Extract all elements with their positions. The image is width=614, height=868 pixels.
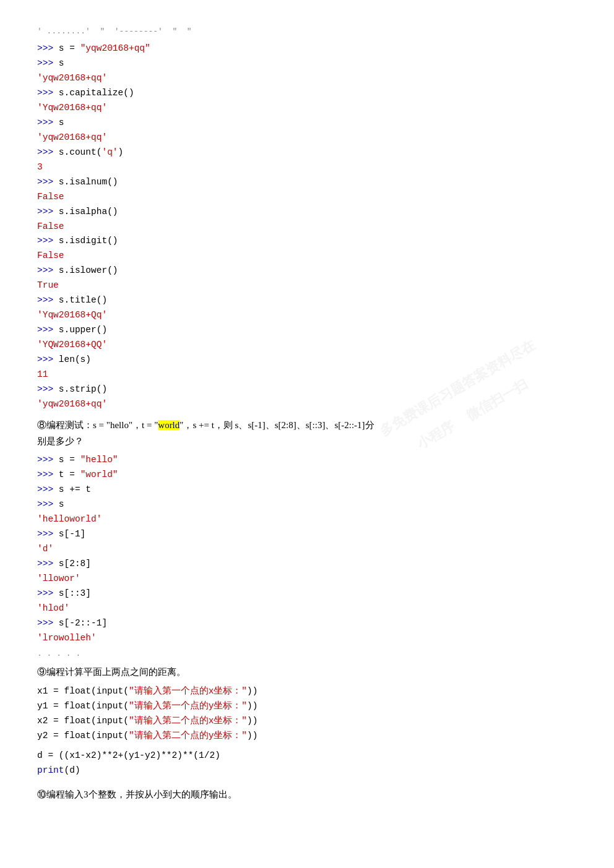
code-section-2: >>> s = "hello" >>> t = "world" >>> s +=…	[37, 453, 577, 645]
section4-label: ⑩编程输入3个整数，并按从小到大的顺序输出。	[37, 787, 577, 803]
section2-label: ⑧编程测试：s = "hello"，t = "world"，s += t，则 s…	[37, 418, 577, 449]
section-divider: . . . . .	[37, 649, 577, 658]
top-continuation: ' ........' " '--------' " "	[37, 25, 577, 38]
code-section-1: >>> s = "yqw20168+qq" >>> s 'yqw20168+qq…	[37, 41, 577, 411]
code-section-3b: d = ((x1-x2)**2+(y1-y2)**2)**(1/2) print…	[37, 749, 577, 778]
code-section-3: x1 = float(input("请输入第一个点的x坐标：")) y1 = f…	[37, 684, 577, 744]
section3-label: ⑨编程计算平面上两点之间的距离。	[37, 664, 577, 681]
